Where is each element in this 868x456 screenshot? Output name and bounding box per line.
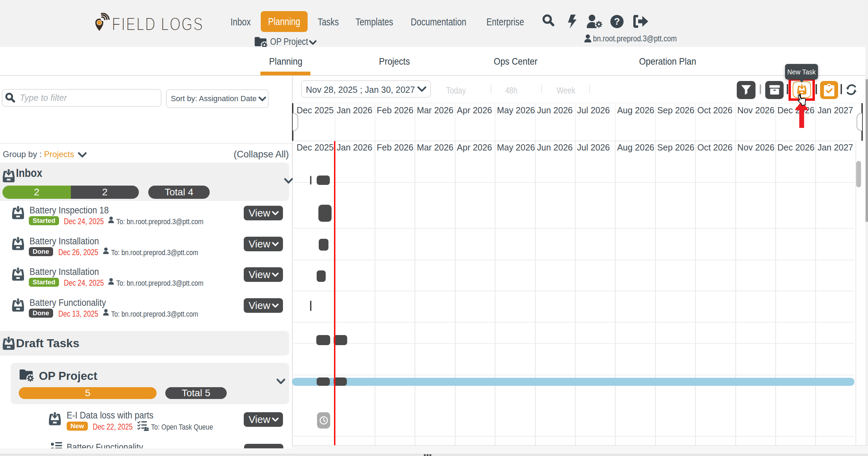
svg-text:?: ? (614, 16, 620, 27)
